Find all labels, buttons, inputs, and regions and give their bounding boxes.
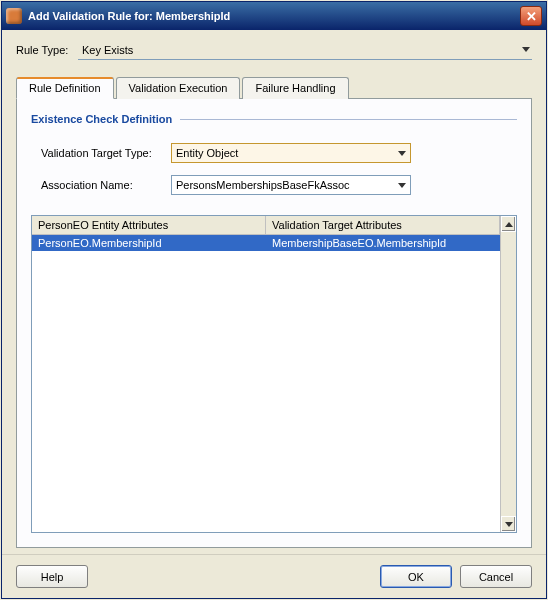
attributes-table: PersonEO Entity Attributes Validation Ta… — [31, 215, 517, 533]
column-header-source[interactable]: PersonEO Entity Attributes — [32, 216, 266, 234]
titlebar: Add Validation Rule for: MembershipId ✕ — [2, 2, 546, 30]
button-label: Help — [41, 571, 64, 583]
button-label: Cancel — [479, 571, 513, 583]
tab-rule-definition[interactable]: Rule Definition — [16, 77, 114, 99]
table-body: PersonEO.MembershipId MembershipBaseEO.M… — [32, 235, 500, 532]
app-icon — [6, 8, 22, 24]
table-row[interactable]: PersonEO.MembershipId MembershipBaseEO.M… — [32, 235, 500, 251]
rule-type-row: Rule Type: Key Exists — [16, 40, 532, 60]
close-icon[interactable]: ✕ — [520, 6, 542, 26]
dialog-window: Add Validation Rule for: MembershipId ✕ … — [1, 1, 547, 599]
tab-failure-handling[interactable]: Failure Handling — [242, 77, 348, 99]
content-area: Rule Type: Key Exists Rule Definition Va… — [2, 30, 546, 554]
association-name-value: PersonsMembershipsBaseFkAssoc — [176, 179, 350, 191]
help-button[interactable]: Help — [16, 565, 88, 588]
rule-type-dropdown[interactable]: Key Exists — [78, 40, 532, 60]
tab-label: Validation Execution — [129, 82, 228, 94]
association-name-row: Association Name: PersonsMembershipsBase… — [31, 175, 517, 195]
button-bar: Help OK Cancel — [2, 554, 546, 598]
target-type-value: Entity Object — [176, 147, 238, 159]
tab-validation-execution[interactable]: Validation Execution — [116, 77, 241, 99]
scroll-down-icon[interactable] — [501, 516, 516, 532]
group-title-text: Existence Check Definition — [31, 113, 172, 125]
cell-source: PersonEO.MembershipId — [32, 235, 266, 251]
tab-label: Rule Definition — [29, 82, 101, 94]
column-header-target[interactable]: Validation Target Attributes — [266, 216, 500, 234]
group-title: Existence Check Definition — [31, 113, 517, 125]
association-name-dropdown[interactable]: PersonsMembershipsBaseFkAssoc — [171, 175, 411, 195]
button-label: OK — [408, 571, 424, 583]
target-type-label: Validation Target Type: — [41, 147, 171, 159]
cell-target: MembershipBaseEO.MembershipId — [266, 235, 500, 251]
scrollbar[interactable] — [500, 216, 516, 532]
window-title: Add Validation Rule for: MembershipId — [28, 10, 520, 22]
target-type-dropdown[interactable]: Entity Object — [171, 143, 411, 163]
association-name-label: Association Name: — [41, 179, 171, 191]
scroll-up-icon[interactable] — [501, 216, 516, 232]
cancel-button[interactable]: Cancel — [460, 565, 532, 588]
rule-type-label: Rule Type: — [16, 44, 78, 56]
target-type-row: Validation Target Type: Entity Object — [31, 143, 517, 163]
ok-button[interactable]: OK — [380, 565, 452, 588]
table-header: PersonEO Entity Attributes Validation Ta… — [32, 216, 500, 235]
tab-strip: Rule Definition Validation Execution Fai… — [16, 76, 532, 98]
tab-pane: Existence Check Definition Validation Ta… — [16, 98, 532, 548]
rule-type-value: Key Exists — [82, 44, 133, 56]
divider — [180, 119, 517, 120]
tab-label: Failure Handling — [255, 82, 335, 94]
